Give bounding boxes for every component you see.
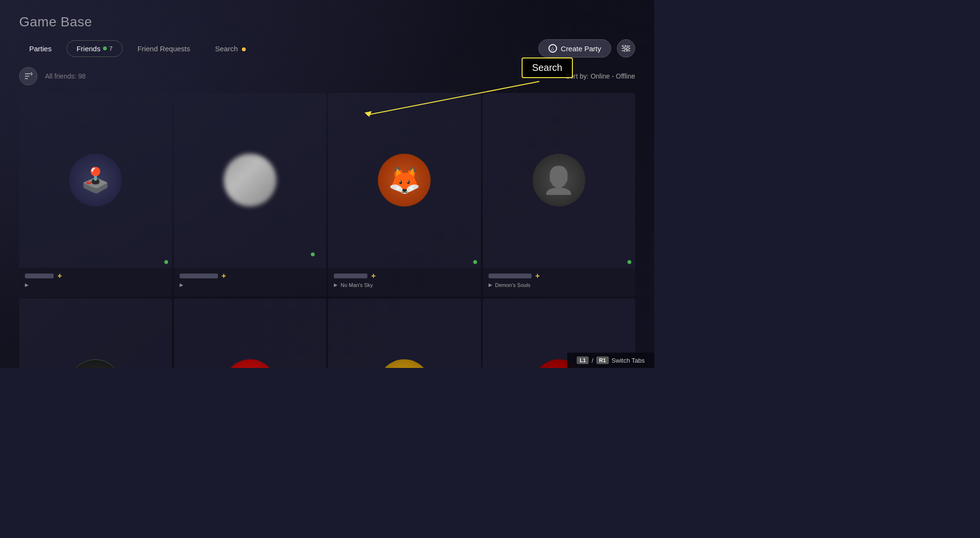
filter-button[interactable] bbox=[617, 39, 635, 57]
username-bar bbox=[489, 274, 532, 278]
avatar bbox=[69, 359, 122, 368]
game-name: Demon's Souls bbox=[495, 282, 531, 288]
tab-friend-requests[interactable]: Friend Requests bbox=[127, 40, 200, 57]
avatar-area bbox=[19, 93, 172, 268]
game-name: No Man's Sky bbox=[341, 282, 373, 288]
game-row: ▶ Demon's Souls bbox=[489, 282, 630, 288]
game-icon: ▶ bbox=[25, 282, 29, 287]
tab-parties[interactable]: Parties bbox=[19, 40, 62, 57]
bottom-bar: L1 / R1 Switch Tabs bbox=[567, 353, 654, 368]
ps-icon: △ bbox=[548, 44, 557, 53]
svg-point-1 bbox=[623, 45, 626, 47]
username-row: + bbox=[334, 272, 475, 280]
friend-card[interactable]: + ▶ No Man's Sky bbox=[328, 93, 481, 297]
avatar-area bbox=[483, 93, 636, 268]
avatar bbox=[378, 359, 431, 368]
nav-actions: △ Create Party bbox=[538, 39, 635, 57]
username-row: + bbox=[489, 272, 630, 280]
friend-card[interactable]: + ▶ bbox=[328, 298, 481, 368]
friend-card[interactable]: + ▶ Demon's Souls bbox=[483, 93, 636, 297]
slash-separator: / bbox=[592, 357, 593, 364]
tab-search[interactable]: Search bbox=[205, 40, 256, 57]
page-title: Game Base bbox=[19, 14, 635, 30]
online-indicator bbox=[472, 259, 478, 265]
username-bar bbox=[25, 274, 54, 278]
avatar-area bbox=[328, 298, 481, 368]
svg-point-3 bbox=[627, 47, 629, 50]
friend-card[interactable]: ▶ Assassin's Creed® Valhalla bbox=[19, 298, 172, 368]
r1-label: R1 bbox=[596, 356, 609, 364]
avatar-area bbox=[328, 93, 481, 268]
game-row: ▶ bbox=[25, 282, 166, 287]
online-badge-dot bbox=[103, 46, 107, 50]
game-icon: ▶ bbox=[489, 282, 492, 287]
card-info: + ▶ No Man's Sky bbox=[328, 268, 481, 297]
sort-label: Sort by: Online - Offline bbox=[566, 72, 635, 80]
add-button[interactable]: + bbox=[57, 272, 62, 280]
avatar bbox=[533, 154, 585, 206]
nav-bar: Parties Friends 7 Friend Requests Search… bbox=[19, 39, 635, 57]
friend-card[interactable]: + ▶ bbox=[19, 93, 172, 297]
username-bar bbox=[180, 274, 218, 278]
avatar bbox=[224, 154, 276, 206]
search-indicator-dot bbox=[242, 47, 246, 51]
sliders-icon bbox=[622, 45, 630, 52]
tab-friends[interactable]: Friends 7 bbox=[67, 40, 123, 57]
game-icon: ▶ bbox=[180, 282, 183, 287]
friends-grid: + ▶ + ▶ bbox=[19, 93, 635, 368]
add-button[interactable]: + bbox=[222, 272, 226, 280]
avatar bbox=[224, 359, 276, 368]
svg-point-5 bbox=[625, 50, 627, 52]
avatar-area bbox=[174, 298, 327, 368]
online-indicator bbox=[163, 259, 169, 265]
sort-button[interactable] bbox=[19, 67, 37, 85]
card-info: + ▶ bbox=[19, 268, 172, 297]
username-bar bbox=[334, 274, 367, 278]
main-container: Game Base Parties Friends 7 Friend Reque… bbox=[0, 0, 654, 368]
online-indicator bbox=[310, 252, 316, 257]
game-icon: ▶ bbox=[334, 282, 338, 287]
avatar-area bbox=[19, 298, 172, 368]
search-highlight-box: Search bbox=[522, 57, 573, 78]
avatar bbox=[69, 154, 122, 206]
l1-label: L1 bbox=[577, 356, 589, 364]
friends-count: All friends: 98 bbox=[45, 72, 86, 80]
friend-card[interactable]: + ▶ bbox=[174, 93, 327, 297]
online-indicator bbox=[627, 259, 632, 265]
switch-tabs-text: Switch Tabs bbox=[612, 357, 645, 364]
add-button[interactable]: + bbox=[536, 272, 540, 280]
nav-tabs: Parties Friends 7 Friend Requests Search bbox=[19, 40, 538, 57]
card-info: + ▶ Demon's Souls bbox=[483, 268, 636, 297]
create-party-button[interactable]: △ Create Party bbox=[538, 39, 611, 57]
card-info: + ▶ bbox=[174, 268, 327, 297]
sort-icon bbox=[24, 72, 33, 80]
avatar bbox=[378, 154, 431, 206]
game-row: ▶ No Man's Sky bbox=[334, 282, 475, 288]
avatar-area bbox=[174, 93, 327, 268]
game-row: ▶ bbox=[180, 282, 321, 287]
username-row: + bbox=[180, 272, 321, 280]
friend-card[interactable]: + ▶ 13 Sentinels: Aegis Rim bbox=[174, 298, 327, 368]
username-row: + bbox=[25, 272, 166, 280]
add-button[interactable]: + bbox=[371, 272, 376, 280]
